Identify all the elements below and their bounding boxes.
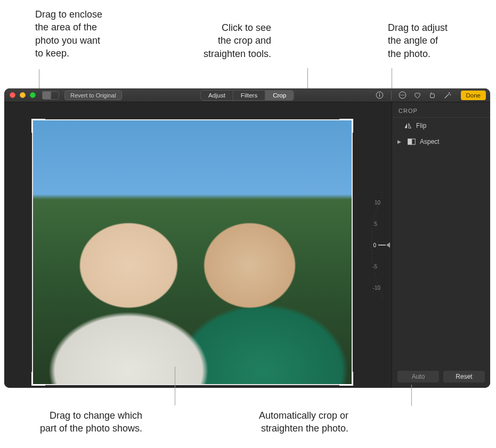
dial-tick: -10 — [373, 285, 381, 291]
leader-line — [411, 385, 412, 406]
fullscreen-button[interactable] — [30, 92, 36, 98]
callout-auto-crop: Automatically crop or straighten the pho… — [259, 409, 348, 435]
crop-edge-top[interactable] — [33, 119, 352, 120]
titlebar: Revert to Original Adjust Filters Crop — [4, 88, 490, 102]
dial-tick: 0 — [373, 242, 376, 248]
dial-tick: -5 — [372, 264, 377, 270]
straighten-dial[interactable]: 10 5 0 -5 -10 — [362, 186, 389, 304]
crop-handle-bl[interactable] — [31, 372, 45, 386]
crop-edge-left[interactable] — [32, 120, 33, 384]
minimize-button[interactable] — [20, 92, 26, 98]
svg-point-2 — [379, 93, 380, 94]
crop-edge-right[interactable] — [352, 120, 353, 384]
aspect-icon — [408, 139, 416, 145]
svg-point-5 — [402, 95, 403, 96]
auto-button[interactable]: Auto — [397, 371, 439, 382]
favorite-icon[interactable] — [413, 91, 422, 100]
info-icon[interactable] — [375, 91, 385, 100]
edit-mode-segment: Adjust Filters Crop — [200, 90, 294, 101]
callout-crop-tools: Click to see the crop and straighten too… — [204, 21, 271, 60]
photo-canvas-area: 10 5 0 -5 -10 — [4, 102, 392, 388]
done-button[interactable]: Done — [461, 91, 486, 100]
done-label: Done — [466, 92, 481, 99]
crop-edge-bottom[interactable] — [33, 384, 352, 385]
sidebar-item-label: Flip — [416, 122, 426, 129]
close-button[interactable] — [10, 92, 15, 98]
callout-photo-drag: Drag to change which part of the photo s… — [40, 409, 142, 435]
photo[interactable] — [33, 120, 352, 384]
tab-crop[interactable]: Crop — [265, 91, 294, 100]
crop-handle-br[interactable] — [339, 372, 353, 386]
callout-crop-drag: Drag to enclose the area of the photo yo… — [35, 8, 102, 60]
flip-icon — [404, 123, 412, 129]
dial-pointer-icon[interactable] — [386, 242, 390, 248]
window-controls — [4, 92, 36, 98]
more-icon[interactable] — [398, 91, 408, 100]
revert-label: Revert to Original — [70, 92, 116, 99]
tab-adjust[interactable]: Adjust — [201, 91, 233, 100]
crop-handle-tl[interactable] — [31, 119, 45, 133]
divider — [391, 91, 392, 100]
sidebar-item-aspect[interactable]: ▶ Aspect — [392, 134, 490, 150]
sidebar-title: CROP — [392, 102, 490, 118]
dial-tick: 5 — [374, 221, 377, 227]
crop-frame[interactable] — [33, 120, 352, 384]
sidebar-item-flip[interactable]: Flip — [392, 118, 490, 134]
leader-line — [175, 366, 175, 405]
app-window: Revert to Original Adjust Filters Crop — [4, 88, 490, 388]
right-toolbar: Done — [375, 91, 486, 100]
magic-icon[interactable] — [443, 91, 452, 100]
sidebar-item-label: Aspect — [420, 138, 440, 145]
svg-point-4 — [401, 95, 402, 96]
sidebar-footer: Auto Reset — [392, 365, 490, 388]
crop-sidebar: CROP Flip ▶ Aspect Auto Reset — [392, 102, 490, 388]
reset-button[interactable]: Reset — [443, 371, 485, 382]
svg-point-6 — [404, 95, 405, 96]
dial-tick: 10 — [375, 200, 381, 206]
svg-rect-7 — [430, 94, 435, 98]
revert-button[interactable]: Revert to Original — [64, 91, 122, 100]
callout-angle-drag: Drag to adjust the angle of the photo. — [388, 21, 448, 60]
rotate-icon[interactable] — [428, 91, 437, 100]
view-toggle[interactable] — [42, 91, 59, 100]
tab-filters[interactable]: Filters — [233, 91, 265, 100]
crop-handle-tr[interactable] — [339, 119, 353, 133]
disclosure-triangle-icon: ▶ — [397, 139, 401, 144]
svg-rect-10 — [408, 139, 412, 145]
